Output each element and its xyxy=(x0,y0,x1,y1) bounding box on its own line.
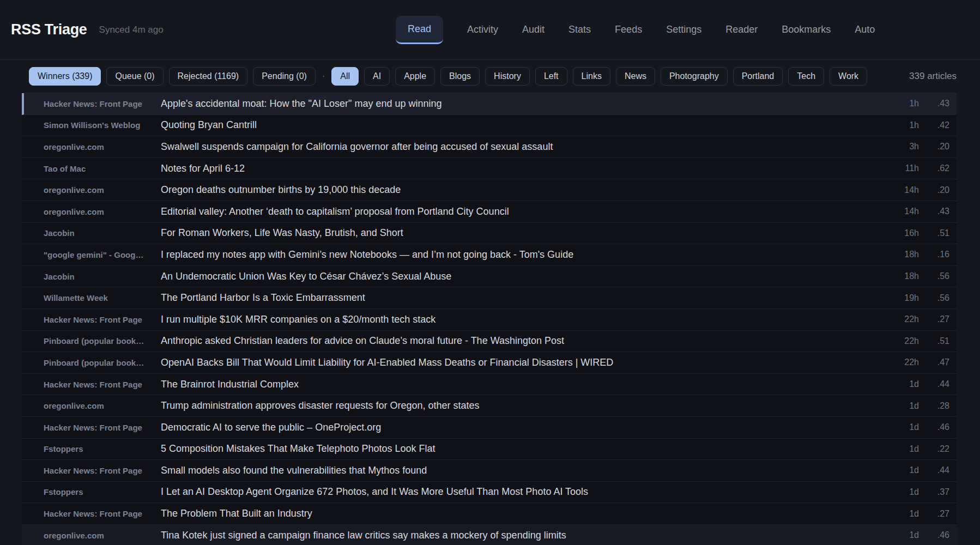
app-title: RSS Triage xyxy=(11,21,87,38)
tab-settings[interactable]: Settings xyxy=(666,24,701,35)
filter-tag-apple[interactable]: Apple xyxy=(395,67,435,85)
article-title: I run multiple $10K MRR companies on a $… xyxy=(161,314,885,325)
tab-stats[interactable]: Stats xyxy=(568,24,591,35)
article-score: .56 xyxy=(919,293,949,303)
article-age: 1d xyxy=(885,444,919,454)
article-source: Hacker News: Front Page xyxy=(44,380,161,389)
article-row[interactable]: oregonlive.com Swalwell suspends campaig… xyxy=(22,136,957,158)
article-row[interactable]: Jacobin For Roman Workers, Life Was Nast… xyxy=(22,223,957,245)
article-age: 19h xyxy=(885,293,919,303)
article-row[interactable]: "google gemini" - Goog… I replaced my no… xyxy=(22,244,957,266)
sync-status: Synced 4m ago xyxy=(99,25,164,35)
article-age: 1d xyxy=(885,509,919,519)
article-title: An Undemocratic Union Was Key to César C… xyxy=(161,271,885,282)
article-source: Hacker News: Front Page xyxy=(44,466,161,475)
article-title: For Roman Workers, Life Was Nasty, Bruti… xyxy=(161,227,885,239)
article-row[interactable]: oregonlive.com Oregon deaths outnumber b… xyxy=(22,179,957,201)
filter-tag-blogs[interactable]: Blogs xyxy=(440,67,480,85)
filter-tag-ai[interactable]: AI xyxy=(364,67,390,85)
article-source: Fstoppers xyxy=(44,487,161,496)
tab-reader[interactable]: Reader xyxy=(725,24,758,35)
filter-tag-photography[interactable]: Photography xyxy=(661,67,728,85)
article-row[interactable]: oregonlive.com Trump administration appr… xyxy=(22,395,957,417)
article-title: Tina Kotek just signed a campaign financ… xyxy=(161,530,885,541)
article-source: oregonlive.com xyxy=(44,531,161,540)
article-score: .28 xyxy=(919,401,949,411)
article-age: 14h xyxy=(885,185,919,195)
filter-tag-work[interactable]: Work xyxy=(830,67,867,85)
article-age: 18h xyxy=(885,250,919,259)
tab-feeds[interactable]: Feeds xyxy=(615,24,642,35)
article-source: Tao of Mac xyxy=(44,164,161,173)
filter-tag-all[interactable]: All xyxy=(331,67,359,85)
article-title: Small models also found the vulnerabilit… xyxy=(161,465,885,476)
article-row[interactable]: Fstoppers I Let an AI Desktop Agent Orga… xyxy=(22,482,957,504)
article-score: .22 xyxy=(919,444,949,454)
tab-audit[interactable]: Audit xyxy=(522,24,545,35)
tab-bookmarks[interactable]: Bookmarks xyxy=(782,24,831,35)
article-age: 22h xyxy=(885,314,919,324)
article-row[interactable]: Hacker News: Front Page Small models als… xyxy=(22,460,957,482)
article-row[interactable]: Hacker News: Front Page The Problem That… xyxy=(22,503,957,525)
article-title: Oregon deaths outnumber births by 19,000… xyxy=(161,184,885,196)
article-source: Jacobin xyxy=(44,228,161,238)
article-age: 1h xyxy=(885,99,919,108)
article-row[interactable]: Willamette Week The Portland Harbor Is a… xyxy=(22,287,957,309)
article-score: .46 xyxy=(919,530,949,540)
article-age: 11h xyxy=(885,164,919,173)
article-row[interactable]: oregonlive.com Editorial valley: Another… xyxy=(22,201,957,223)
article-row[interactable]: Hacker News: Front Page Democratic AI to… xyxy=(22,417,957,439)
article-source: Pinboard (popular book… xyxy=(44,358,161,367)
article-score: .27 xyxy=(919,509,949,519)
filter-status-rejected-1169[interactable]: Rejected (1169) xyxy=(169,67,248,85)
article-score: .44 xyxy=(919,465,949,475)
article-row[interactable]: Simon Willison's Weblog Quoting Bryan Ca… xyxy=(22,115,957,137)
article-score: .42 xyxy=(919,120,949,130)
article-age: 16h xyxy=(885,228,919,238)
article-source: Hacker News: Front Page xyxy=(44,315,161,324)
filter-tag-tech[interactable]: Tech xyxy=(788,67,824,85)
filter-tag-left[interactable]: Left xyxy=(535,67,567,85)
article-title: I Let an AI Desktop Agent Organize 672 P… xyxy=(161,486,885,498)
tab-activity[interactable]: Activity xyxy=(467,24,498,35)
filter-status-pending-0[interactable]: Pending (0) xyxy=(253,67,316,85)
status-pills: Winners (339)Queue (0)Rejected (1169)Pen… xyxy=(29,67,316,85)
article-row[interactable]: Tao of Mac Notes for April 6-12 11h .62 xyxy=(22,158,957,180)
article-row[interactable]: Pinboard (popular book… OpenAI Backs Bil… xyxy=(22,352,957,374)
tab-auto[interactable]: Auto xyxy=(855,24,875,35)
article-score: .43 xyxy=(919,99,949,108)
article-count: 339 articles xyxy=(909,71,957,82)
article-row[interactable]: Fstoppers 5 Composition Mistakes That Ma… xyxy=(22,439,957,461)
article-age: 1d xyxy=(885,530,919,540)
article-row[interactable]: Hacker News: Front Page Apple's accident… xyxy=(22,93,957,115)
article-age: 1d xyxy=(885,465,919,475)
filter-tag-history[interactable]: History xyxy=(485,67,530,85)
filter-tag-links[interactable]: Links xyxy=(573,67,610,85)
article-row[interactable]: Pinboard (popular book… Anthropic asked … xyxy=(22,331,957,353)
article-source: Hacker News: Front Page xyxy=(44,99,161,108)
article-source: Jacobin xyxy=(44,272,161,281)
article-row[interactable]: oregonlive.com Tina Kotek just signed a … xyxy=(22,525,957,545)
article-source: Willamette Week xyxy=(44,293,161,302)
article-age: 1d xyxy=(885,487,919,497)
filter-tag-portland[interactable]: Portland xyxy=(733,67,783,85)
filter-status-queue-0[interactable]: Queue (0) xyxy=(106,67,163,85)
article-age: 1h xyxy=(885,120,919,130)
article-source: Pinboard (popular book… xyxy=(44,336,161,346)
article-row[interactable]: Hacker News: Front Page I run multiple $… xyxy=(22,309,957,331)
article-score: .46 xyxy=(919,422,949,432)
tag-pills: AllAIAppleBlogsHistoryLeftLinksNewsPhoto… xyxy=(331,67,867,85)
article-source: Hacker News: Front Page xyxy=(44,509,161,518)
article-title: The Portland Harbor Is a Toxic Embarrass… xyxy=(161,292,885,304)
tab-read[interactable]: Read xyxy=(396,16,443,44)
article-score: .51 xyxy=(919,228,949,238)
article-title: The Problem That Built an Industry xyxy=(161,508,885,519)
article-age: 18h xyxy=(885,271,919,281)
filter-status-winners-339[interactable]: Winners (339) xyxy=(29,67,101,85)
nav-tabs: ReadActivityAuditStatsFeedsSettingsReade… xyxy=(396,0,875,59)
article-score: .47 xyxy=(919,358,949,367)
filter-tag-news[interactable]: News xyxy=(616,67,655,85)
article-row[interactable]: Hacker News: Front Page The Brainrot Ind… xyxy=(22,374,957,396)
article-row[interactable]: Jacobin An Undemocratic Union Was Key to… xyxy=(22,266,957,288)
article-source: oregonlive.com xyxy=(44,207,161,216)
